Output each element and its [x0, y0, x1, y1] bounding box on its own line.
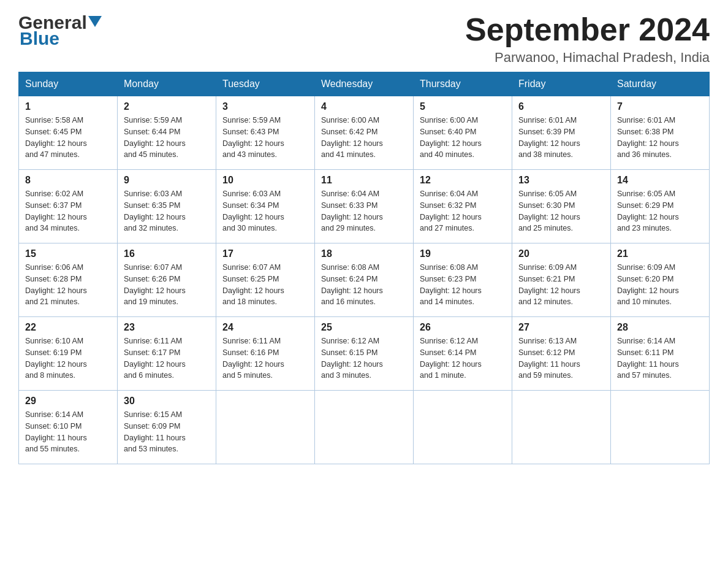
day-info: Sunrise: 6:11 AMSunset: 6:17 PMDaylight:…	[124, 335, 210, 381]
calendar-cell: 30Sunrise: 6:15 AMSunset: 6:09 PMDayligh…	[118, 391, 216, 464]
day-info: Sunrise: 6:07 AMSunset: 6:25 PMDaylight:…	[222, 262, 308, 308]
calendar-cell	[512, 391, 611, 464]
day-info: Sunrise: 6:04 AMSunset: 6:32 PMDaylight:…	[420, 188, 506, 234]
day-number: 16	[124, 248, 210, 259]
logo-arrow-icon	[88, 16, 102, 29]
day-info: Sunrise: 6:00 AMSunset: 6:42 PMDaylight:…	[321, 115, 407, 161]
calendar-cell: 9Sunrise: 6:03 AMSunset: 6:35 PMDaylight…	[118, 170, 216, 243]
calendar-cell: 22Sunrise: 6:10 AMSunset: 6:19 PMDayligh…	[19, 317, 118, 391]
day-number: 7	[617, 101, 703, 112]
weekday-header-friday: Friday	[512, 72, 611, 96]
calendar-cell: 19Sunrise: 6:08 AMSunset: 6:23 PMDayligh…	[414, 243, 512, 317]
calendar-cell: 14Sunrise: 6:05 AMSunset: 6:29 PMDayligh…	[611, 170, 710, 243]
day-info: Sunrise: 6:09 AMSunset: 6:21 PMDaylight:…	[518, 262, 604, 308]
day-info: Sunrise: 6:01 AMSunset: 6:39 PMDaylight:…	[518, 115, 604, 161]
day-info: Sunrise: 6:00 AMSunset: 6:40 PMDaylight:…	[420, 115, 506, 161]
weekday-header-monday: Monday	[118, 72, 216, 96]
day-info: Sunrise: 6:04 AMSunset: 6:33 PMDaylight:…	[321, 188, 407, 234]
day-number: 23	[124, 322, 210, 333]
calendar-cell: 26Sunrise: 6:12 AMSunset: 6:14 PMDayligh…	[414, 317, 512, 391]
calendar-week-row: 29Sunrise: 6:14 AMSunset: 6:10 PMDayligh…	[19, 391, 710, 464]
day-info: Sunrise: 6:11 AMSunset: 6:16 PMDaylight:…	[222, 335, 308, 381]
title-block: September 2024 Parwanoo, Himachal Prades…	[465, 12, 710, 66]
calendar-week-row: 1Sunrise: 5:58 AMSunset: 6:45 PMDaylight…	[19, 96, 710, 170]
day-info: Sunrise: 6:05 AMSunset: 6:29 PMDaylight:…	[617, 188, 703, 234]
day-number: 13	[518, 175, 604, 186]
day-info: Sunrise: 6:07 AMSunset: 6:26 PMDaylight:…	[124, 262, 210, 308]
day-number: 6	[518, 101, 604, 112]
day-number: 28	[617, 322, 703, 333]
calendar-cell: 10Sunrise: 6:03 AMSunset: 6:34 PMDayligh…	[216, 170, 315, 243]
weekday-header-thursday: Thursday	[414, 72, 512, 96]
calendar-cell: 4Sunrise: 6:00 AMSunset: 6:42 PMDaylight…	[315, 96, 414, 170]
day-info: Sunrise: 6:03 AMSunset: 6:35 PMDaylight:…	[124, 188, 210, 234]
day-info: Sunrise: 6:12 AMSunset: 6:15 PMDaylight:…	[321, 335, 407, 381]
calendar-cell: 3Sunrise: 5:59 AMSunset: 6:43 PMDaylight…	[216, 96, 315, 170]
day-number: 11	[321, 175, 407, 186]
day-number: 29	[25, 396, 111, 407]
logo-blue-text: Blue	[20, 28, 59, 49]
day-number: 21	[617, 248, 703, 259]
day-number: 25	[321, 322, 407, 333]
weekday-header-wednesday: Wednesday	[315, 72, 414, 96]
day-info: Sunrise: 6:10 AMSunset: 6:19 PMDaylight:…	[25, 335, 111, 381]
calendar-cell: 20Sunrise: 6:09 AMSunset: 6:21 PMDayligh…	[512, 243, 611, 317]
calendar-cell: 23Sunrise: 6:11 AMSunset: 6:17 PMDayligh…	[118, 317, 216, 391]
day-number: 30	[124, 396, 210, 407]
logo: General Blue	[18, 12, 102, 49]
day-info: Sunrise: 6:03 AMSunset: 6:34 PMDaylight:…	[222, 188, 308, 234]
day-info: Sunrise: 6:06 AMSunset: 6:28 PMDaylight:…	[25, 262, 111, 308]
calendar-cell: 16Sunrise: 6:07 AMSunset: 6:26 PMDayligh…	[118, 243, 216, 317]
day-number: 17	[222, 248, 308, 259]
calendar-cell	[611, 391, 710, 464]
page-header: General Blue September 2024 Parwanoo, Hi…	[18, 12, 710, 66]
calendar-cell: 13Sunrise: 6:05 AMSunset: 6:30 PMDayligh…	[512, 170, 611, 243]
calendar-table: SundayMondayTuesdayWednesdayThursdayFrid…	[18, 72, 710, 464]
day-number: 20	[518, 248, 604, 259]
weekday-header-row: SundayMondayTuesdayWednesdayThursdayFrid…	[19, 72, 710, 96]
calendar-cell: 7Sunrise: 6:01 AMSunset: 6:38 PMDaylight…	[611, 96, 710, 170]
day-number: 8	[25, 175, 111, 186]
location-subtitle: Parwanoo, Himachal Pradesh, India	[465, 50, 710, 66]
day-info: Sunrise: 5:59 AMSunset: 6:44 PMDaylight:…	[124, 115, 210, 161]
calendar-week-row: 15Sunrise: 6:06 AMSunset: 6:28 PMDayligh…	[19, 243, 710, 317]
day-info: Sunrise: 6:08 AMSunset: 6:24 PMDaylight:…	[321, 262, 407, 308]
day-number: 1	[25, 101, 111, 112]
day-number: 2	[124, 101, 210, 112]
day-number: 27	[518, 322, 604, 333]
day-number: 5	[420, 101, 506, 112]
day-info: Sunrise: 6:14 AMSunset: 6:10 PMDaylight:…	[25, 409, 111, 455]
day-number: 18	[321, 248, 407, 259]
calendar-cell: 28Sunrise: 6:14 AMSunset: 6:11 PMDayligh…	[611, 317, 710, 391]
calendar-cell: 17Sunrise: 6:07 AMSunset: 6:25 PMDayligh…	[216, 243, 315, 317]
day-number: 15	[25, 248, 111, 259]
day-info: Sunrise: 5:59 AMSunset: 6:43 PMDaylight:…	[222, 115, 308, 161]
day-number: 26	[420, 322, 506, 333]
weekday-header-sunday: Sunday	[19, 72, 118, 96]
month-title: September 2024	[465, 12, 710, 47]
day-info: Sunrise: 5:58 AMSunset: 6:45 PMDaylight:…	[25, 115, 111, 161]
day-number: 19	[420, 248, 506, 259]
day-number: 12	[420, 175, 506, 186]
calendar-week-row: 8Sunrise: 6:02 AMSunset: 6:37 PMDaylight…	[19, 170, 710, 243]
calendar-cell: 25Sunrise: 6:12 AMSunset: 6:15 PMDayligh…	[315, 317, 414, 391]
calendar-cell	[216, 391, 315, 464]
calendar-cell: 5Sunrise: 6:00 AMSunset: 6:40 PMDaylight…	[414, 96, 512, 170]
day-number: 3	[222, 101, 308, 112]
weekday-header-tuesday: Tuesday	[216, 72, 315, 96]
svg-marker-0	[88, 16, 102, 27]
day-number: 22	[25, 322, 111, 333]
day-info: Sunrise: 6:02 AMSunset: 6:37 PMDaylight:…	[25, 188, 111, 234]
day-number: 24	[222, 322, 308, 333]
day-info: Sunrise: 6:05 AMSunset: 6:30 PMDaylight:…	[518, 188, 604, 234]
day-info: Sunrise: 6:13 AMSunset: 6:12 PMDaylight:…	[518, 335, 604, 381]
calendar-cell: 8Sunrise: 6:02 AMSunset: 6:37 PMDaylight…	[19, 170, 118, 243]
calendar-cell: 24Sunrise: 6:11 AMSunset: 6:16 PMDayligh…	[216, 317, 315, 391]
calendar-cell: 29Sunrise: 6:14 AMSunset: 6:10 PMDayligh…	[19, 391, 118, 464]
calendar-cell: 12Sunrise: 6:04 AMSunset: 6:32 PMDayligh…	[414, 170, 512, 243]
calendar-cell: 15Sunrise: 6:06 AMSunset: 6:28 PMDayligh…	[19, 243, 118, 317]
calendar-cell: 1Sunrise: 5:58 AMSunset: 6:45 PMDaylight…	[19, 96, 118, 170]
calendar-cell: 6Sunrise: 6:01 AMSunset: 6:39 PMDaylight…	[512, 96, 611, 170]
calendar-cell: 2Sunrise: 5:59 AMSunset: 6:44 PMDaylight…	[118, 96, 216, 170]
day-info: Sunrise: 6:14 AMSunset: 6:11 PMDaylight:…	[617, 335, 703, 381]
